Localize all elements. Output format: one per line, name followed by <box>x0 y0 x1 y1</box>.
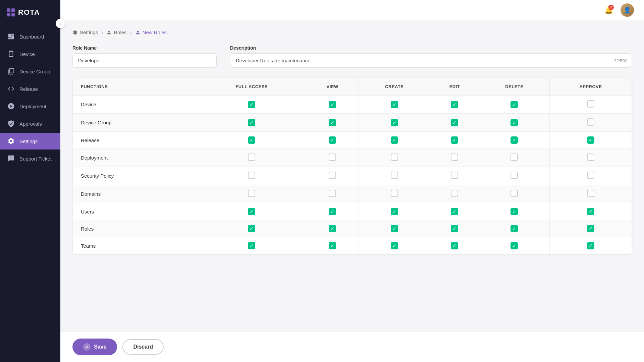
sidebar-item-device[interactable]: Device <box>0 46 60 62</box>
checkbox-checked[interactable]: ✓ <box>329 242 336 249</box>
sidebar-collapse-button[interactable]: ‹ <box>56 19 65 28</box>
cell-full_access-0[interactable]: ✓ <box>197 96 306 114</box>
checkbox-checked[interactable]: ✓ <box>511 208 518 215</box>
cell-create-6[interactable]: ✓ <box>359 203 430 220</box>
app-logo[interactable]: ROTA <box>0 0 60 25</box>
checkbox-unchecked[interactable] <box>587 118 594 126</box>
checkbox-checked[interactable]: ✓ <box>329 119 336 126</box>
checkbox-checked[interactable]: ✓ <box>329 101 336 108</box>
cell-full_access-8[interactable]: ✓ <box>197 237 306 254</box>
checkbox-unchecked[interactable] <box>391 172 398 179</box>
checkbox-checked[interactable]: ✓ <box>451 242 458 249</box>
cell-approve-8[interactable]: ✓ <box>549 237 632 254</box>
cell-view-1[interactable]: ✓ <box>306 114 359 132</box>
checkbox-checked[interactable]: ✓ <box>451 101 458 108</box>
checkbox-checked[interactable]: ✓ <box>391 225 398 232</box>
cell-full_access-4[interactable] <box>197 167 306 185</box>
sidebar-item-settings[interactable]: Settings <box>0 133 60 149</box>
cell-edit-1[interactable]: ✓ <box>430 114 479 132</box>
cell-approve-4[interactable] <box>549 167 632 185</box>
cell-delete-4[interactable] <box>479 167 550 185</box>
checkbox-unchecked[interactable] <box>391 154 398 161</box>
checkbox-checked[interactable]: ✓ <box>248 101 255 108</box>
notification-button[interactable]: 🔔 3 <box>602 4 614 16</box>
checkbox-unchecked[interactable] <box>587 154 594 161</box>
sidebar-item-approvals[interactable]: Approvals <box>0 115 60 132</box>
sidebar-item-deployment[interactable]: Deployment <box>0 98 60 115</box>
checkbox-unchecked[interactable] <box>511 154 518 161</box>
cell-full_access-1[interactable]: ✓ <box>197 114 306 132</box>
checkbox-checked[interactable]: ✓ <box>329 208 336 215</box>
checkbox-checked[interactable]: ✓ <box>511 136 518 144</box>
checkbox-checked[interactable]: ✓ <box>248 242 255 249</box>
discard-button[interactable]: Discard <box>122 339 164 355</box>
checkbox-checked[interactable]: ✓ <box>511 119 518 126</box>
cell-full_access-3[interactable] <box>197 149 306 167</box>
cell-create-1[interactable]: ✓ <box>359 114 430 132</box>
checkbox-checked[interactable]: ✓ <box>391 208 398 215</box>
cell-full_access-2[interactable]: ✓ <box>197 132 306 149</box>
checkbox-unchecked[interactable] <box>511 190 518 197</box>
cell-create-7[interactable]: ✓ <box>359 220 430 237</box>
checkbox-checked[interactable]: ✓ <box>248 208 255 215</box>
cell-delete-8[interactable]: ✓ <box>479 237 550 254</box>
cell-approve-5[interactable] <box>549 185 632 203</box>
checkbox-checked[interactable]: ✓ <box>451 136 458 144</box>
cell-edit-8[interactable]: ✓ <box>430 237 479 254</box>
cell-view-5[interactable] <box>306 185 359 203</box>
checkbox-checked[interactable]: ✓ <box>511 225 518 232</box>
cell-view-6[interactable]: ✓ <box>306 203 359 220</box>
checkbox-checked[interactable]: ✓ <box>391 119 398 126</box>
role-name-input[interactable] <box>72 53 217 68</box>
cell-delete-5[interactable] <box>479 185 550 203</box>
checkbox-checked[interactable]: ✓ <box>451 208 458 215</box>
checkbox-checked[interactable]: ✓ <box>329 136 336 144</box>
cell-delete-1[interactable]: ✓ <box>479 114 550 132</box>
save-button[interactable]: ✓ Save <box>72 339 117 355</box>
cell-create-3[interactable] <box>359 149 430 167</box>
checkbox-checked[interactable]: ✓ <box>587 136 594 144</box>
cell-delete-0[interactable]: ✓ <box>479 96 550 114</box>
checkbox-unchecked[interactable] <box>391 190 398 197</box>
checkbox-checked[interactable]: ✓ <box>511 242 518 249</box>
cell-approve-6[interactable]: ✓ <box>549 203 632 220</box>
cell-delete-6[interactable]: ✓ <box>479 203 550 220</box>
cell-approve-1[interactable] <box>549 114 632 132</box>
checkbox-checked[interactable]: ✓ <box>451 119 458 126</box>
cell-edit-5[interactable] <box>430 185 479 203</box>
checkbox-unchecked[interactable] <box>451 190 458 197</box>
cell-approve-7[interactable]: ✓ <box>549 220 632 237</box>
checkbox-unchecked[interactable] <box>329 172 336 179</box>
cell-edit-4[interactable] <box>430 167 479 185</box>
cell-create-8[interactable]: ✓ <box>359 237 430 254</box>
cell-edit-7[interactable]: ✓ <box>430 220 479 237</box>
sidebar-item-dashboard[interactable]: Dashboard <box>0 28 60 45</box>
checkbox-checked[interactable]: ✓ <box>511 101 518 108</box>
checkbox-checked[interactable]: ✓ <box>587 225 594 232</box>
cell-create-4[interactable] <box>359 167 430 185</box>
cell-view-0[interactable]: ✓ <box>306 96 359 114</box>
cell-delete-7[interactable]: ✓ <box>479 220 550 237</box>
breadcrumb-roles[interactable]: Roles <box>106 29 126 35</box>
cell-view-4[interactable] <box>306 167 359 185</box>
avatar[interactable]: 👤 <box>621 3 634 17</box>
checkbox-unchecked[interactable] <box>329 190 336 197</box>
checkbox-unchecked[interactable] <box>511 172 518 179</box>
checkbox-checked[interactable]: ✓ <box>587 208 594 215</box>
cell-view-8[interactable]: ✓ <box>306 237 359 254</box>
sidebar-item-release[interactable]: Release <box>0 80 60 97</box>
cell-create-0[interactable]: ✓ <box>359 96 430 114</box>
cell-create-5[interactable] <box>359 185 430 203</box>
breadcrumb-settings[interactable]: Settings <box>72 29 98 35</box>
cell-approve-2[interactable]: ✓ <box>549 132 632 149</box>
description-input[interactable] <box>230 53 632 68</box>
cell-delete-3[interactable] <box>479 149 550 167</box>
checkbox-unchecked[interactable] <box>587 190 594 197</box>
cell-create-2[interactable]: ✓ <box>359 132 430 149</box>
checkbox-checked[interactable]: ✓ <box>391 242 398 249</box>
checkbox-checked[interactable]: ✓ <box>587 242 594 249</box>
cell-full_access-6[interactable]: ✓ <box>197 203 306 220</box>
checkbox-unchecked[interactable] <box>248 154 255 161</box>
cell-delete-2[interactable]: ✓ <box>479 132 550 149</box>
checkbox-unchecked[interactable] <box>248 172 255 179</box>
